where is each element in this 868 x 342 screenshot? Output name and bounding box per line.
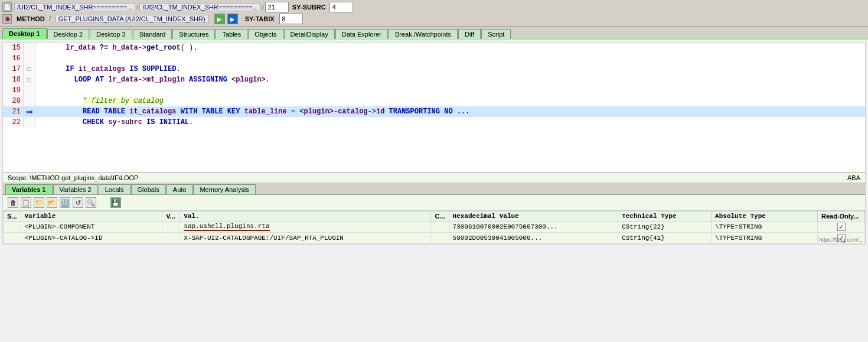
kw-with: WITH TABLE KEY <box>181 108 240 116</box>
col-header-readonly: Read-Only... <box>818 211 865 222</box>
top-toolbar: 📄 /UI2/CL_TM_INDEX_SHR=========... / /UI… <box>0 0 868 27</box>
file-icon[interactable]: 📄 <box>2 2 12 12</box>
code-line-16: 16 <box>3 53 865 64</box>
comment-filter: " filter by catalog <box>83 97 164 105</box>
code-content-17: IF it_catalogs IS SUPPLIED. <box>35 64 865 74</box>
col-header-variable: Variable <box>21 211 162 222</box>
tab-objects[interactable]: Objects <box>248 29 283 39</box>
line-num-18: 18 <box>3 74 24 85</box>
kw-isinitial: IS INITIAL <box>146 118 189 126</box>
kw-itcatalogs: it_catalogs <box>79 65 125 73</box>
tab-tables[interactable]: Tables <box>216 29 247 39</box>
main-content: 15 lr_data ?= h_data->get_root( ). 16 17… <box>2 42 866 245</box>
kw-plugin: <plugin> <box>231 76 266 84</box>
tab-structures[interactable]: Structures <box>172 29 215 39</box>
tab-locals[interactable]: Locals <box>99 184 130 194</box>
row1-checkbox[interactable]: ✓ <box>837 223 846 231</box>
kw-lr_data: lr_data <box>66 44 95 52</box>
vars-table-container: S... Variable V... Val. C... Hexadecimal… <box>3 211 865 244</box>
sy-tabix-label: SY-TABIX <box>245 15 275 22</box>
kw-itcatalogs2: it_catalogs <box>129 108 176 116</box>
tab-variables2[interactable]: Variables 2 <box>53 184 98 194</box>
bottom-tab-bar: Variables 1 Variables 2 Locals Globals A… <box>3 183 865 195</box>
row1-readonly: ✓ <box>818 222 865 233</box>
tab-standard[interactable]: Standard <box>133 29 172 39</box>
row1-hex: 7300610070002E0075007300... <box>449 222 618 233</box>
tab-desktop2[interactable]: Desktop 2 <box>47 29 90 39</box>
debug-icon[interactable]: 🐞 <box>2 14 12 24</box>
gutter-20 <box>24 96 35 106</box>
kw-plugin2: <plugin> <box>299 108 334 116</box>
tab-script[interactable]: Script <box>481 29 511 39</box>
add-icon[interactable]: 📋 <box>21 197 31 208</box>
path-item-2[interactable]: /UI2/CL_TM_INDEX_SHR=========... <box>139 3 260 11</box>
gutter-15 <box>24 43 35 53</box>
tab-breakwatchpoints[interactable]: Break./Watchpoints <box>389 29 458 39</box>
gutter-16 <box>24 53 35 64</box>
row1-val-text: sap.ushell.plugins.rta <box>184 223 269 231</box>
kw-lrdata: lr_data <box>108 76 138 84</box>
gutter-18: □ <box>24 74 35 85</box>
delete-icon[interactable]: 🗑 <box>8 197 18 208</box>
row2-hex: 58002D00530041005000... <box>449 233 618 244</box>
kw-hdata: h_data <box>112 44 138 52</box>
code-content-16 <box>35 53 865 64</box>
row2-variable: <PLUGIN>-CATALOG->ID <box>21 233 162 244</box>
code-line-22: 22 CHECK sy-subrc IS INITIAL. <box>3 117 865 128</box>
toolbar-row-2: 🐞 METHOD / GET_PLUGINS_DATA (/UI2/CL_TM_… <box>2 13 866 25</box>
tab-desktop1[interactable]: Desktop 1 <box>2 28 47 39</box>
code-content-22: CHECK sy-subrc IS INITIAL. <box>35 117 865 128</box>
code-line-18: 18 □ LOOP AT lr_data->mt_plugin ASSIGNIN… <box>3 74 865 85</box>
code-area: 15 lr_data ?= h_data->get_root( ). 16 17… <box>3 43 865 172</box>
tab-detaildisplay[interactable]: DetailDisplay <box>284 29 335 39</box>
row1-v <box>162 222 180 233</box>
tab-memory-analysis[interactable]: Memory Analysis <box>193 184 255 194</box>
tab-dataexplorer[interactable]: Data Explorer <box>335 29 388 39</box>
save-icon[interactable]: 💾 <box>110 197 121 208</box>
sort-icon[interactable]: 🔢 <box>60 197 70 208</box>
col-header-techtype: Technical Type <box>618 211 712 222</box>
tab-auto[interactable]: Auto <box>167 184 193 194</box>
kw-read: READ TABLE <box>83 108 125 116</box>
expand-icon[interactable]: 📁 <box>34 197 44 208</box>
kw-if: IF <box>66 65 74 73</box>
method-name[interactable]: GET_PLUGINS_DATA (/UI2/CL_TM_INDEX_SHR) <box>56 15 208 23</box>
code-content-18: LOOP AT lr_data->mt_plugin ASSIGNING <pl… <box>35 74 865 85</box>
kw-assigning: ASSIGNING <box>189 76 227 84</box>
refresh-icon[interactable]: ↺ <box>73 197 83 208</box>
tab-diff[interactable]: Diff <box>458 29 481 39</box>
table-row-2: <PLUGIN>-CATALOG->ID X-SAP-UI2-CATALOGPA… <box>4 233 865 244</box>
scope-text: Scope: \METHOD get_plugins_data\IF\LOOP <box>8 174 138 181</box>
code-line-21: 21 ⇒ READ TABLE it_catalogs WITH TABLE K… <box>3 106 865 117</box>
bottom-panel: Variables 1 Variables 2 Locals Globals A… <box>3 183 865 244</box>
line-num-20: 20 <box>3 96 24 106</box>
tab-desktop3[interactable]: Desktop 3 <box>90 29 132 39</box>
row1-abstype: \TYPE=STRING <box>712 222 818 233</box>
kw-check: CHECK <box>83 118 104 126</box>
kw-catalog: catalog <box>338 108 367 116</box>
blue-icon[interactable]: ▶ <box>227 14 238 24</box>
path-item-1[interactable]: /UI2/CL_TM_INDEX_SHR=========... <box>14 3 135 11</box>
row1-s <box>4 222 21 233</box>
row2-v <box>162 233 180 244</box>
scope-right: ABA <box>847 174 860 181</box>
collapse-icon[interactable]: 📂 <box>47 197 57 208</box>
green-icon[interactable]: ▶ <box>214 14 225 24</box>
line-number-input[interactable] <box>265 2 289 12</box>
method-sep: / <box>47 15 53 23</box>
gutter-22 <box>24 117 35 128</box>
kw-getroot: get_root <box>146 44 181 52</box>
row2-abstype: \TYPE=STRING <box>712 233 818 244</box>
tab-variables1[interactable]: Variables 1 <box>5 184 53 194</box>
kw-tableline: table_line <box>244 108 287 116</box>
sy-subrc-value[interactable] <box>329 2 353 12</box>
sy-subrc-label: SY-SUBRC <box>292 4 326 11</box>
row2-techtype: CString{41} <box>618 233 712 244</box>
kw-mtplugin: mt_plugin <box>146 76 185 84</box>
code-line-19: 19 <box>3 85 865 96</box>
filter-icon[interactable]: 🔍 <box>86 197 96 208</box>
tab-globals[interactable]: Globals <box>131 184 166 194</box>
sy-tabix-value[interactable] <box>279 14 303 24</box>
col-header-hex: Hexadecimal Value <box>449 211 618 222</box>
path-sep-1: / <box>136 4 138 11</box>
